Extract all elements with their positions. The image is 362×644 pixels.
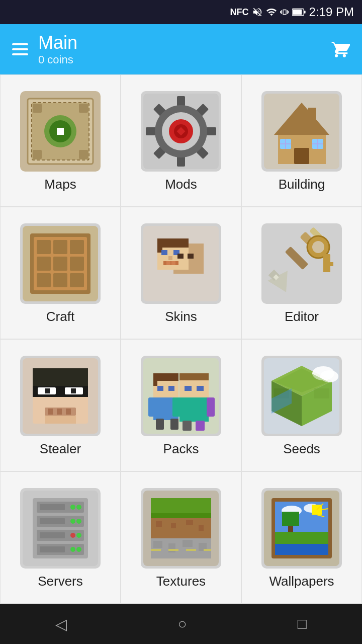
svg-rect-8 xyxy=(57,128,64,135)
svg-rect-49 xyxy=(70,273,84,287)
svg-rect-44 xyxy=(37,257,51,271)
svg-rect-53 xyxy=(157,238,189,248)
svg-rect-105 xyxy=(207,397,215,417)
grid-item-mods[interactable]: Mods xyxy=(121,74,241,207)
grid-item-skins[interactable]: Skins xyxy=(121,207,241,339)
status-bar: NFC 2:19 PM xyxy=(0,0,362,24)
svg-rect-100 xyxy=(179,373,209,380)
svg-rect-132 xyxy=(40,504,65,510)
bottom-nav: ◁ ○ □ xyxy=(0,604,362,644)
grid-item-building[interactable]: Building xyxy=(241,74,362,207)
svg-rect-15 xyxy=(177,156,185,167)
mute-icon xyxy=(252,7,263,18)
svg-rect-43 xyxy=(70,240,84,254)
svg-rect-93 xyxy=(168,386,174,391)
app-title: Main xyxy=(38,32,77,53)
building-label: Building xyxy=(279,177,325,192)
skins-label: Skins xyxy=(165,309,197,325)
svg-rect-45 xyxy=(53,257,67,271)
svg-rect-116 xyxy=(314,388,329,398)
wallpapers-icon xyxy=(261,488,342,569)
svg-point-130 xyxy=(70,547,75,552)
svg-rect-47 xyxy=(37,273,51,287)
svg-rect-84 xyxy=(48,409,53,415)
cart-button[interactable] xyxy=(331,40,350,59)
wallpapers-label: Wallpapers xyxy=(269,574,334,589)
svg-rect-107 xyxy=(196,421,205,431)
home-button[interactable]: ○ xyxy=(165,611,199,636)
svg-rect-2 xyxy=(304,11,305,14)
grid-item-editor[interactable]: Editor xyxy=(241,207,362,339)
grid-item-textures[interactable]: Textures xyxy=(121,471,241,604)
svg-rect-60 xyxy=(168,256,172,260)
packs-label: Packs xyxy=(163,441,199,457)
grid-item-wallpapers[interactable]: Wallpapers xyxy=(241,471,362,604)
svg-rect-92 xyxy=(157,386,163,391)
svg-point-131 xyxy=(76,547,81,552)
svg-point-126 xyxy=(70,519,75,524)
svg-rect-1 xyxy=(293,10,302,15)
menu-button[interactable] xyxy=(12,43,28,55)
svg-rect-85 xyxy=(57,409,62,415)
svg-rect-62 xyxy=(188,254,194,259)
wifi-icon xyxy=(266,7,277,18)
back-button[interactable]: ◁ xyxy=(43,611,79,637)
craft-label: Craft xyxy=(46,309,74,325)
grid-item-servers[interactable]: Servers xyxy=(0,471,121,604)
grid-item-maps[interactable]: Maps xyxy=(0,74,121,207)
svg-rect-147 xyxy=(183,540,193,547)
svg-rect-133 xyxy=(40,518,65,524)
svg-rect-17 xyxy=(146,127,156,135)
grid-item-seeds[interactable]: Seeds xyxy=(241,339,362,471)
mods-label: Mods xyxy=(165,177,197,192)
svg-rect-90 xyxy=(153,373,178,381)
svg-rect-73 xyxy=(323,262,333,266)
app-header: Main 0 coins xyxy=(0,24,362,74)
svg-rect-48 xyxy=(53,273,67,287)
svg-rect-82 xyxy=(71,388,76,393)
svg-rect-106 xyxy=(183,421,192,431)
maps-label: Maps xyxy=(44,177,76,192)
recent-button[interactable]: □ xyxy=(286,611,319,636)
svg-rect-31 xyxy=(294,148,309,164)
svg-point-129 xyxy=(76,533,81,538)
svg-rect-10 xyxy=(79,104,88,113)
svg-rect-135 xyxy=(40,546,65,552)
svg-rect-138 xyxy=(151,513,211,518)
svg-rect-16 xyxy=(206,127,216,135)
skins-icon xyxy=(141,223,221,304)
svg-rect-91 xyxy=(153,381,157,386)
svg-rect-9 xyxy=(33,104,42,113)
svg-rect-159 xyxy=(275,544,328,555)
svg-rect-59 xyxy=(171,261,175,265)
svg-rect-146 xyxy=(168,543,175,552)
svg-rect-30 xyxy=(308,108,316,123)
svg-rect-14 xyxy=(177,96,185,106)
svg-point-125 xyxy=(76,505,81,510)
grid-item-packs[interactable]: Packs xyxy=(121,339,241,471)
editor-label: Editor xyxy=(285,309,319,325)
craft-icon xyxy=(20,223,101,304)
seeds-icon xyxy=(261,356,342,436)
svg-rect-98 xyxy=(170,419,178,430)
svg-rect-11 xyxy=(33,150,42,159)
servers-label: Servers xyxy=(38,574,83,589)
svg-rect-46 xyxy=(70,257,84,271)
svg-point-124 xyxy=(70,505,75,510)
textures-icon xyxy=(141,488,221,569)
header-left: Main 0 coins xyxy=(12,32,77,66)
svg-rect-86 xyxy=(66,409,71,415)
svg-rect-161 xyxy=(282,512,299,526)
grid-item-craft[interactable]: Craft xyxy=(0,207,121,339)
status-time: 2:19 PM xyxy=(309,5,354,19)
stealer-icon xyxy=(20,356,101,436)
servers-icon xyxy=(20,488,101,569)
packs-icon xyxy=(141,356,221,436)
editor-icon xyxy=(261,223,342,304)
svg-rect-74 xyxy=(323,268,330,272)
svg-rect-58 xyxy=(166,261,170,265)
grid-item-stealer[interactable]: Stealer xyxy=(0,339,121,471)
svg-point-71 xyxy=(312,241,324,253)
svg-rect-158 xyxy=(275,532,328,544)
svg-rect-41 xyxy=(37,240,51,254)
